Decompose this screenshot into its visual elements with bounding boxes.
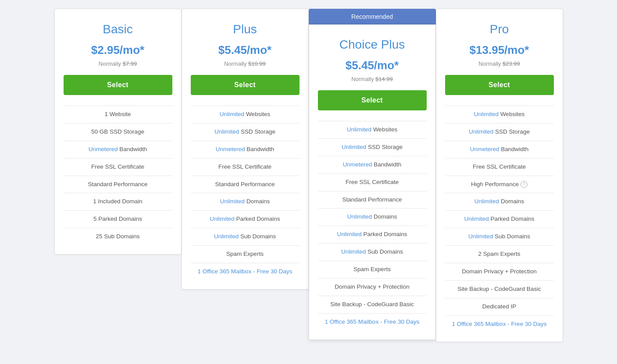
plan-wrapper-choice-plus: RecommendedChoice Plus$5.45/mo*Normally … (309, 9, 436, 340)
feature-item: 50 GB SSD Storage (64, 124, 172, 141)
feature-item: Unmetered Bandwidth (445, 141, 554, 159)
feature-item: Unlimited Sub Domains (191, 228, 300, 246)
feature-item: Site Backup - CodeGuard Basic (445, 281, 554, 298)
plan-card-basic: Basic$2.95/mo*Normally $7.99Select1 Webs… (54, 9, 182, 254)
features-list-plus: Unlimited WebsitesUnlimited SSD StorageU… (191, 106, 300, 280)
feature-item: Unlimited Parked Domains (445, 211, 554, 228)
feature-item: Unlimited Sub Domains (318, 244, 427, 261)
feature-item: Standard Performance (64, 176, 172, 194)
feature-item: Dedicated IP (445, 298, 554, 316)
plan-name-pro: Pro (490, 22, 509, 36)
feature-item: Domain Privacy + Protection (318, 279, 427, 296)
plan-price-basic: $2.95/mo* (91, 43, 144, 57)
feature-item: Unlimited SSD Storage (191, 124, 300, 141)
plan-price-choice-plus: $5.45/mo* (346, 59, 399, 72)
select-button-basic[interactable]: Select (64, 75, 172, 95)
feature-item: Unlimited Parked Domains (191, 211, 300, 228)
features-list-choice-plus: Unlimited WebsitesUnlimited SSD StorageU… (318, 121, 427, 331)
plan-name-plus: Plus (233, 22, 257, 36)
plan-name-basic: Basic (103, 22, 132, 36)
feature-item: Unlimited Domains (191, 193, 300, 211)
feature-item: Unlimited Domains (445, 193, 554, 211)
feature-item: Free SSL Certificate (64, 159, 172, 176)
plan-price-pro: $13.95/mo* (470, 43, 529, 57)
feature-item: Unlimited Sub Domains (445, 228, 554, 246)
features-list-basic: 1 Website50 GB SSD StorageUnmetered Band… (64, 106, 172, 245)
plan-card-pro: Pro$13.95/mo*Normally $23.99SelectUnlimi… (436, 9, 563, 342)
plan-normal-price-choice-plus: Normally $14.99 (351, 76, 393, 82)
select-button-plus[interactable]: Select (191, 75, 300, 95)
feature-item: Site Backup - CodeGuard Basic (318, 296, 427, 314)
feature-item: High Performance? (445, 176, 554, 194)
feature-item: Unlimited Websites (445, 106, 554, 124)
feature-item: Unmetered Bandwidth (64, 141, 172, 159)
feature-item: 2 Spam Experts (445, 246, 554, 263)
features-list-pro: Unlimited WebsitesUnlimited SSD StorageU… (445, 106, 554, 333)
recommended-badge: Recommended (309, 9, 436, 25)
feature-item: 1 Website (64, 106, 172, 124)
feature-item: Spam Experts (318, 261, 427, 279)
feature-item: 5 Parked Domains (64, 211, 172, 228)
feature-item: 1 Office 365 Mailbox - Free 30 Days (445, 316, 554, 333)
plan-wrapper-plus: Plus$5.45/mo*Normally $10.99SelectUnlimi… (182, 9, 309, 290)
feature-item: Free SSL Certificate (191, 159, 300, 176)
select-button-choice-plus[interactable]: Select (318, 90, 427, 110)
plans-container: Basic$2.95/mo*Normally $7.99Select1 Webs… (46, 9, 572, 342)
feature-item: 25 Sub Domains (64, 228, 172, 245)
feature-item: Unlimited Websites (318, 121, 427, 139)
feature-item: Standard Performance (318, 191, 427, 209)
feature-item: Spam Experts (191, 246, 300, 263)
feature-item: 1 Office 365 Mailbox - Free 30 Days (318, 314, 427, 331)
feature-item: Unlimited Websites (191, 106, 300, 124)
info-icon: ? (521, 181, 528, 188)
feature-item: 1 Included Domain (64, 193, 172, 211)
plan-normal-price-plus: Normally $10.99 (224, 60, 266, 67)
feature-item: Unmetered Bandwidth (191, 141, 300, 159)
plan-name-choice-plus: Choice Plus (339, 38, 405, 52)
plan-price-plus: $5.45/mo* (218, 43, 271, 57)
feature-item: Free SSL Certificate (445, 159, 554, 176)
feature-item: Free SSL Certificate (318, 174, 427, 191)
feature-item: Unlimited SSD Storage (318, 139, 427, 156)
plan-card-plus: Plus$5.45/mo*Normally $10.99SelectUnlimi… (182, 9, 309, 290)
feature-item: Unlimited Parked Domains (318, 226, 427, 244)
feature-item: Standard Performance (191, 176, 300, 194)
plan-normal-price-basic: Normally $7.99 (99, 60, 137, 67)
plan-wrapper-pro: Pro$13.95/mo*Normally $23.99SelectUnlimi… (436, 9, 563, 342)
feature-item: Domain Privacy + Protection (445, 263, 554, 281)
feature-item: Unmetered Bandwidth (318, 156, 427, 174)
plan-normal-price-pro: Normally $23.99 (478, 60, 520, 67)
plan-wrapper-basic: Basic$2.95/mo*Normally $7.99Select1 Webs… (54, 9, 182, 254)
feature-item: Unlimited SSD Storage (445, 124, 554, 141)
select-button-pro[interactable]: Select (445, 75, 554, 95)
feature-item: Unlimited Domains (318, 209, 427, 226)
plan-card-choice-plus: Choice Plus$5.45/mo*Normally $14.99Selec… (309, 25, 436, 340)
feature-item: 1 Office 365 Mailbox - Free 30 Days (191, 263, 300, 280)
